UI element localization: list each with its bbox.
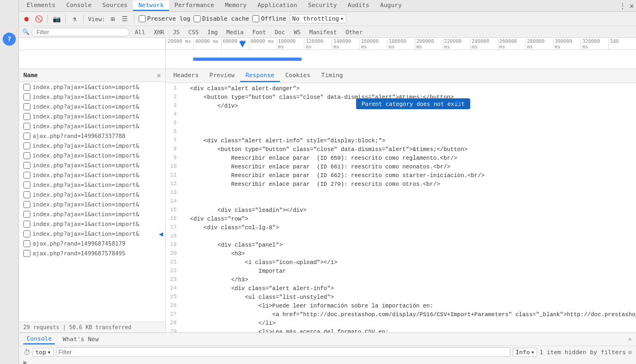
list-item[interactable]: index.php?ajax=1&action=import& — [19, 92, 165, 102]
filter-js[interactable]: JS — [170, 28, 183, 36]
console-context-selector[interactable]: top ▾ — [33, 348, 54, 357]
list-item[interactable]: index.php?ajax=1&action=import& — [19, 111, 165, 121]
list-item[interactable]: index.php?ajax=1&action=import& — [19, 190, 165, 199]
tab-memory[interactable]: Memory — [220, 1, 252, 11]
tab-security[interactable]: Security — [303, 1, 342, 11]
file-item-checkbox[interactable] — [23, 211, 30, 218]
camera-button[interactable]: 📷 — [52, 15, 61, 23]
console-tab-console[interactable]: Console — [23, 334, 55, 344]
filter-manifest[interactable]: Manifest — [306, 28, 340, 36]
ruler-label: 40000 ms — [194, 39, 221, 49]
file-item-checkbox[interactable] — [23, 172, 30, 179]
file-item-checkbox[interactable] — [23, 152, 30, 159]
console-toolbar: Console What's New ✕ — [19, 333, 636, 346]
list-item[interactable]: index.php?ajax=1&action=import& — [19, 219, 165, 229]
preserve-log-toggle[interactable]: Preserve log — [139, 15, 190, 22]
filter-button[interactable]: ⚗️ — [70, 15, 79, 23]
line-content — [181, 232, 636, 241]
file-item-checkbox[interactable] — [23, 162, 30, 169]
list-item[interactable]: ajax.php?rand=1499687337788 — [19, 131, 165, 141]
help-icon[interactable]: ? — [3, 33, 16, 46]
code-viewer[interactable]: 1 <div class="alert alert-danger">2 <but… — [166, 83, 636, 332]
list-item[interactable]: ajax.php?rand=1499687578495 — [19, 248, 165, 258]
ruler-label: 320000 ms — [581, 39, 608, 49]
file-item-checkbox[interactable] — [23, 201, 30, 208]
clear-button[interactable]: 🚫 — [34, 15, 43, 23]
tab-response[interactable]: Response — [240, 70, 280, 82]
more-options-icon[interactable]: ⋮ — [619, 2, 626, 10]
tab-augury[interactable]: Augury — [375, 1, 407, 11]
record-button[interactable]: ⏺ — [22, 15, 31, 23]
list-item[interactable]: index.php?ajax=1&action=import& — [19, 121, 165, 131]
console-level-selector[interactable]: Info ▾ — [513, 348, 537, 357]
offline-checkbox[interactable] — [252, 15, 259, 22]
list-item[interactable]: index.php?ajax=1&action=import& — [19, 102, 165, 111]
tab-timing[interactable]: Timing — [316, 70, 348, 82]
list-item[interactable]: index.php?ajax=1&action=import& — [19, 141, 165, 150]
filter-ws[interactable]: WS — [290, 28, 304, 36]
list-item[interactable]: index.php?ajax=1&action=import& — [19, 82, 165, 92]
throttling-dropdown[interactable]: No throttling ▾ — [290, 14, 347, 23]
console-filter-input[interactable] — [56, 347, 511, 357]
filter-input[interactable] — [32, 28, 129, 36]
view-grid-icon[interactable]: ⊞ — [109, 15, 117, 23]
line-number: 6 — [166, 128, 181, 136]
file-item-checkbox[interactable] — [23, 230, 30, 237]
file-item-checkbox[interactable] — [23, 103, 30, 110]
tab-application[interactable]: Application — [252, 1, 303, 11]
list-item[interactable]: index.php?ajax=1&action=import&◀ — [19, 229, 165, 239]
filter-media[interactable]: Media — [223, 28, 247, 36]
offline-toggle[interactable]: Offline — [252, 15, 286, 22]
disable-cache-toggle[interactable]: Disable cache — [194, 15, 249, 22]
toolbar-separator-2 — [65, 15, 66, 23]
console-close-icon[interactable]: ✕ — [628, 336, 632, 343]
tab-cookies[interactable]: Cookies — [280, 70, 316, 82]
tab-audits[interactable]: Audits — [342, 1, 375, 11]
filter-doc[interactable]: Doc — [271, 28, 288, 36]
tooltip-annotation: Parent category does not exist — [356, 98, 470, 109]
list-item[interactable]: index.php?ajax=1&action=import& — [19, 160, 165, 170]
file-item-checkbox[interactable] — [23, 191, 30, 198]
file-item-checkbox[interactable] — [23, 142, 30, 149]
filter-xhr[interactable]: XHR — [151, 28, 167, 36]
file-item-checkbox[interactable] — [23, 113, 30, 120]
tab-preview[interactable]: Preview — [204, 70, 240, 82]
tab-network[interactable]: Network — [133, 1, 169, 11]
file-item-checkbox[interactable] — [23, 250, 30, 257]
tab-elements[interactable]: Elements — [21, 1, 61, 11]
line-content: <ul class="list-unstyled"> — [181, 293, 636, 302]
console-timestamp-button[interactable]: ⏱ — [23, 348, 30, 356]
file-item-checkbox[interactable] — [23, 84, 30, 91]
list-item[interactable]: ajax.php?rand=1499687458179 — [19, 239, 165, 248]
list-item[interactable]: index.php?ajax=1&action=import& — [19, 199, 165, 209]
list-item[interactable]: index.php?ajax=1&action=import& — [19, 180, 165, 190]
console-prompt-icon[interactable]: ▶ — [23, 359, 27, 364]
tab-sources[interactable]: Sources — [97, 1, 133, 11]
list-item[interactable]: index.php?ajax=1&action=import& — [19, 170, 165, 180]
ruler-label: 200000 ms — [415, 39, 442, 49]
file-item-checkbox[interactable] — [23, 221, 30, 228]
file-item-checkbox[interactable] — [23, 181, 30, 189]
filter-img[interactable]: Img — [204, 28, 221, 36]
tab-console[interactable]: Console — [61, 1, 97, 11]
file-item-checkbox[interactable] — [23, 123, 30, 130]
filter-all[interactable]: All — [132, 28, 148, 36]
tab-performance[interactable]: Performance — [169, 1, 220, 11]
file-item-checkbox[interactable] — [23, 240, 30, 247]
ruler-label: 20000 ms — [166, 39, 194, 49]
file-item-checkbox[interactable] — [23, 133, 30, 140]
filter-other[interactable]: Other — [342, 28, 366, 36]
preserve-log-checkbox[interactable] — [139, 15, 146, 22]
close-devtools-icon[interactable]: ✕ — [629, 2, 634, 10]
filter-font[interactable]: Font — [249, 28, 269, 36]
list-item[interactable]: index.php?ajax=1&action=import& — [19, 150, 165, 160]
console-settings-icon[interactable]: ⚙ — [628, 349, 632, 356]
view-list-icon[interactable]: ☰ — [121, 15, 129, 23]
filter-css[interactable]: CSS — [185, 28, 202, 36]
tab-headers[interactable]: Headers — [168, 70, 204, 82]
disable-cache-checkbox[interactable] — [194, 15, 201, 22]
console-tab-whatsnew[interactable]: What's New — [59, 335, 102, 344]
file-item-checkbox[interactable] — [23, 93, 30, 101]
file-list-close-icon[interactable]: ✕ — [157, 71, 161, 79]
list-item[interactable]: index.php?ajax=1&action=import& — [19, 209, 165, 219]
